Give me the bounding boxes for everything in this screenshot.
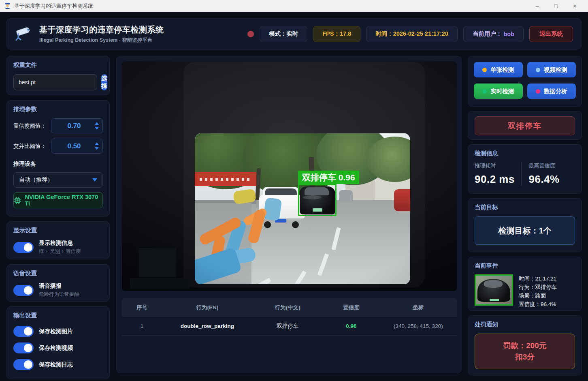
tree-trunk (309, 157, 316, 220)
cell-confidence: 0.96 (323, 323, 380, 329)
video-detection-label: 视频检测 (544, 66, 567, 74)
save-images-toggle[interactable] (13, 326, 34, 337)
background-car (339, 190, 353, 201)
exit-system-button[interactable]: 退出系统 (529, 26, 573, 42)
weight-file-input[interactable] (13, 74, 97, 90)
suv-wheel (264, 221, 271, 228)
toggle-knob (24, 243, 32, 252)
cctv-camera-icon (15, 26, 34, 43)
penalty-notice-title: 处罚通知 (475, 321, 575, 328)
save-logs-label: 保存检测日志 (39, 361, 73, 368)
building (345, 157, 375, 201)
curb (195, 200, 256, 204)
shared-bike-blue (195, 247, 242, 284)
thumbnail-car-plate (490, 299, 499, 301)
iou-threshold-spinner[interactable]: 0.50 (51, 139, 103, 154)
save-videos-label: 保存检测视频 (39, 345, 73, 352)
cell-coords: (340, 258, 415, 320) (380, 323, 457, 329)
voice-broadcast-toggle[interactable] (13, 285, 34, 296)
single-image-detection-label: 单张检测 (490, 66, 514, 74)
red-banner (195, 172, 256, 186)
penalty-fine: 罚款：200元 (503, 340, 547, 351)
tree-trunk (254, 168, 261, 219)
max-confidence-label: 最高置信度 (529, 162, 575, 169)
chevron-down-icon (92, 178, 97, 182)
toggle-knob (24, 360, 32, 369)
thumbnail-car-windshield (484, 280, 503, 287)
scooter-blue (217, 247, 257, 267)
scooter-orange (210, 235, 226, 265)
single-image-detection-button[interactable]: 单张检测 (474, 62, 523, 77)
device-dropdown-value: 自动（推荐） (19, 176, 53, 184)
toggle-knob (24, 286, 32, 295)
inference-device-title: 推理设备 (13, 161, 103, 168)
car-body (300, 186, 335, 214)
event-confidence: 置信度：96.4% (519, 300, 557, 308)
lane-marking (331, 227, 341, 250)
save-videos-toggle[interactable] (13, 342, 34, 353)
output-settings-card: 输出设置 保存检测图片 保存检测视频 保存检测日志 (6, 306, 110, 379)
iou-threshold-label: 交并比阈值： (13, 143, 46, 150)
suv-body (259, 195, 305, 218)
voice-broadcast-label: 语音播报 (39, 283, 79, 290)
toggle-knob (24, 344, 32, 352)
sky (195, 133, 410, 209)
penalty-notice-card: 处罚通知 罚款：200元 扣3分 (468, 315, 582, 375)
green-dot-icon (482, 89, 487, 94)
show-detection-info-toggle[interactable] (13, 242, 34, 253)
table-header-row: 序号 行为(EN) 行为(中文) 置信度 坐标 (122, 298, 457, 317)
iou-decrease-arrow[interactable] (95, 147, 99, 150)
sidewalk (195, 203, 251, 284)
scooter-yellow (233, 188, 256, 204)
equipment-silhouette (130, 278, 190, 289)
video-detection-button[interactable]: 视频检测 (527, 62, 576, 77)
close-button[interactable]: × (565, 0, 584, 12)
main-panel: 双排停车 0.96 序号 行为(EN) 行为(中文) 置信度 坐标 1 doub… (116, 56, 462, 373)
os-titlebar: 基于深度学习的违章停车检测系统 – □ × (0, 0, 588, 12)
voice-broadcast-sublabel: 危险行为语音提醒 (39, 291, 79, 298)
confidence-threshold-spinner[interactable]: 0.70 (51, 118, 103, 133)
left-sidebar: 权重文件 选择 推理参数 置信度阈值： 0.70 交并比阈值： 0.50 (6, 56, 110, 379)
skyblue-dot-icon (536, 68, 540, 72)
current-target-card: 当前目标 检测目标：1个 (468, 198, 582, 252)
iou-increase-arrow[interactable] (95, 142, 99, 145)
car-hood-shine (303, 195, 322, 199)
inference-time-value: 90.2 ms (475, 173, 521, 186)
gpu-chip-icon (14, 197, 21, 204)
column-header-behavior-cn: 行为(中文) (253, 304, 323, 311)
select-weight-button[interactable]: 选择 (101, 74, 107, 90)
app-header: 基于深度学习的违章停车检测系统 Illegal Parking Detectio… (6, 18, 582, 49)
cell-index: 1 (122, 323, 162, 329)
realtime-detection-button[interactable]: 实时检测 (474, 83, 523, 99)
cell-behavior-cn: 双排停车 (253, 323, 323, 330)
event-thumbnail (475, 274, 513, 306)
mode-badge: 模式：实时 (260, 26, 308, 42)
minimize-button[interactable]: – (528, 0, 547, 12)
recording-status-dot (247, 31, 254, 37)
save-logs-toggle[interactable] (13, 359, 34, 370)
current-user-badge: 当前用户： bob (463, 26, 524, 42)
police-officer-icon (4, 2, 11, 9)
confidence-increase-arrow[interactable] (95, 122, 99, 125)
column-header-coords: 坐标 (380, 304, 457, 311)
data-analysis-button[interactable]: 数据分析 (527, 83, 576, 99)
kiosk (272, 167, 301, 191)
show-detection-info-label: 显示检测信息 (39, 240, 81, 247)
maximize-button[interactable]: □ (547, 0, 565, 12)
tree (366, 137, 410, 182)
table-row[interactable]: 1 double_row_parking 双排停车 0.96 (340, 258… (122, 317, 457, 336)
app-subtitle: Illegal Parking Detection System · 智能监控平… (39, 37, 164, 44)
confidence-threshold-value: 0.70 (67, 122, 81, 130)
suv-roof (263, 187, 299, 199)
scooter-orange (247, 209, 266, 244)
gpu-info-chip: NVIDIA GeForce RTX 3070 Ti (13, 192, 103, 208)
violation-alert-card: 双排停车 (468, 111, 582, 140)
lane-marking (257, 278, 271, 284)
detection-modes-card: 单张检测 视频检测 实时检测 数据分析 (468, 56, 582, 107)
penalty-points: 扣3分 (515, 351, 535, 363)
lane-marking (294, 270, 307, 284)
red-car (394, 189, 410, 211)
device-dropdown[interactable]: 自动（推荐） (13, 172, 103, 188)
current-user-label: 当前用户： (473, 30, 502, 38)
confidence-decrease-arrow[interactable] (95, 127, 99, 130)
